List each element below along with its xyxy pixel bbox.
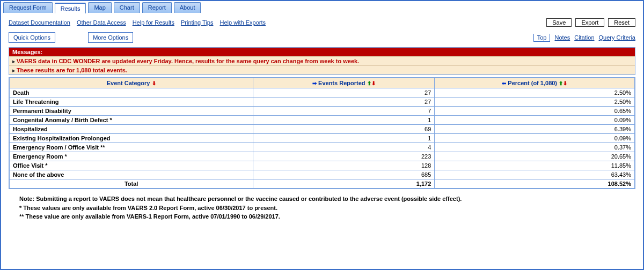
tab-map[interactable]: Map — [88, 2, 111, 13]
table-row: Existing Hospitalization Prolonged10.09% — [9, 134, 635, 143]
cell-category: Emergency Room * — [9, 152, 253, 161]
table-total-row: Total1,172108.52% — [9, 179, 635, 189]
footnote-text: Note: Submitting a report to VAERS does … — [19, 194, 635, 204]
tab-report[interactable]: Report — [142, 2, 172, 13]
cell-events: 69 — [253, 125, 435, 134]
tab-request-form[interactable]: Request Form — [3, 2, 53, 13]
table-row: Life Threatening272.50% — [9, 98, 635, 107]
col-header-category[interactable]: Event Category ⬇ — [9, 78, 253, 88]
citation-link[interactable]: Citation — [574, 34, 594, 41]
total-percent: 108.52% — [435, 179, 635, 189]
message-row: VAERS data in CDC WONDER are updated eve… — [9, 56, 635, 65]
tab-about[interactable]: About — [174, 2, 201, 13]
cell-percent: 20.65% — [435, 152, 635, 161]
help-link[interactable]: Dataset Documentation — [9, 19, 70, 26]
col-header-events[interactable]: ➡ Events Reported ⬆⬇ — [253, 78, 435, 88]
col-header-percent[interactable]: ⬅ Percent (of 1,080) ⬆⬇ — [435, 78, 635, 88]
table-row: Death272.50% — [9, 88, 635, 98]
cell-category: Office Visit * — [9, 161, 253, 170]
table-row: None of the above68563.43% — [9, 170, 635, 179]
cell-category: Hospitalized — [9, 125, 253, 134]
sort-up-icon: ⬆ — [559, 80, 563, 86]
table-row: Emergency Room / Office Visit **40.37% — [9, 143, 635, 152]
help-links: Dataset DocumentationOther Data AccessHe… — [9, 19, 272, 26]
query-criteria-link[interactable]: Query Criteria — [599, 34, 635, 41]
cell-events: 223 — [253, 152, 435, 161]
tab-bar: Request FormResultsMapChartReportAbout — [1, 1, 643, 13]
footnote-text: ** These value are only available from V… — [19, 212, 635, 221]
arrow-right-icon: ➡ — [312, 80, 317, 86]
sort-down-icon: ⬇ — [371, 80, 376, 86]
table-row: Office Visit *12811.85% — [9, 161, 635, 170]
cell-category: Congenital Anomaly / Birth Defect * — [9, 116, 253, 125]
cell-category: Permanent Disability — [9, 107, 253, 116]
notes-link[interactable]: Notes — [554, 34, 570, 41]
cell-percent: 0.37% — [435, 143, 635, 152]
message-row: These results are for 1,080 total events… — [9, 65, 635, 74]
cell-category: Life Threatening — [9, 98, 253, 107]
export-button[interactable]: Export — [575, 18, 604, 27]
messages-panel: Messages: VAERS data in CDC WONDER are u… — [9, 47, 635, 75]
table-row: Emergency Room *22320.65% — [9, 152, 635, 161]
cell-events: 1 — [253, 134, 435, 143]
table-row: Permanent Disability70.65% — [9, 107, 635, 116]
cell-category: None of the above — [9, 170, 253, 179]
footnote-text: * These values are only available from V… — [19, 204, 635, 213]
cell-category: Existing Hospitalization Prolonged — [9, 134, 253, 143]
quick-options-button[interactable]: Quick Options — [9, 32, 55, 43]
cell-percent: 0.09% — [435, 116, 635, 125]
cell-events: 128 — [253, 161, 435, 170]
help-link[interactable]: Help with Exports — [219, 19, 266, 26]
cell-percent: 11.85% — [435, 161, 635, 170]
cell-percent: 2.50% — [435, 98, 635, 107]
tab-chart[interactable]: Chart — [114, 2, 140, 13]
cell-percent: 6.39% — [435, 125, 635, 134]
help-link[interactable]: Help for Results — [133, 19, 174, 26]
footnotes: Note: Submitting a report to VAERS does … — [9, 194, 635, 221]
sort-up-icon: ⬆ — [367, 80, 371, 86]
total-label: Total — [9, 179, 253, 189]
sort-down-icon: ⬇ — [152, 80, 156, 86]
cell-percent: 2.50% — [435, 88, 635, 98]
results-table: Event Category ⬇ ➡ Events Reported ⬆⬇ ⬅ … — [9, 77, 635, 189]
table-row: Hospitalized696.39% — [9, 125, 635, 134]
cell-percent: 0.09% — [435, 134, 635, 143]
tab-results[interactable]: Results — [55, 3, 86, 13]
table-row: Congenital Anomaly / Birth Defect *10.09… — [9, 116, 635, 125]
total-events: 1,172 — [253, 179, 435, 189]
help-link[interactable]: Other Data Access — [77, 19, 126, 26]
cell-percent: 0.65% — [435, 107, 635, 116]
cell-events: 27 — [253, 98, 435, 107]
cell-events: 1 — [253, 116, 435, 125]
messages-header: Messages: — [9, 48, 635, 56]
help-link[interactable]: Printing Tips — [181, 19, 214, 26]
arrow-left-icon: ⬅ — [502, 80, 506, 86]
top-link[interactable]: Top — [533, 34, 551, 42]
cell-events: 4 — [253, 143, 435, 152]
save-button[interactable]: Save — [546, 18, 572, 27]
cell-events: 685 — [253, 170, 435, 179]
sort-down-icon: ⬇ — [563, 80, 567, 86]
cell-events: 7 — [253, 107, 435, 116]
cell-percent: 63.43% — [435, 170, 635, 179]
more-options-button[interactable]: More Options — [88, 32, 133, 43]
reset-button[interactable]: Reset — [608, 18, 635, 27]
cell-category: Emergency Room / Office Visit ** — [9, 143, 253, 152]
cell-category: Death — [9, 88, 253, 98]
cell-events: 27 — [253, 88, 435, 98]
